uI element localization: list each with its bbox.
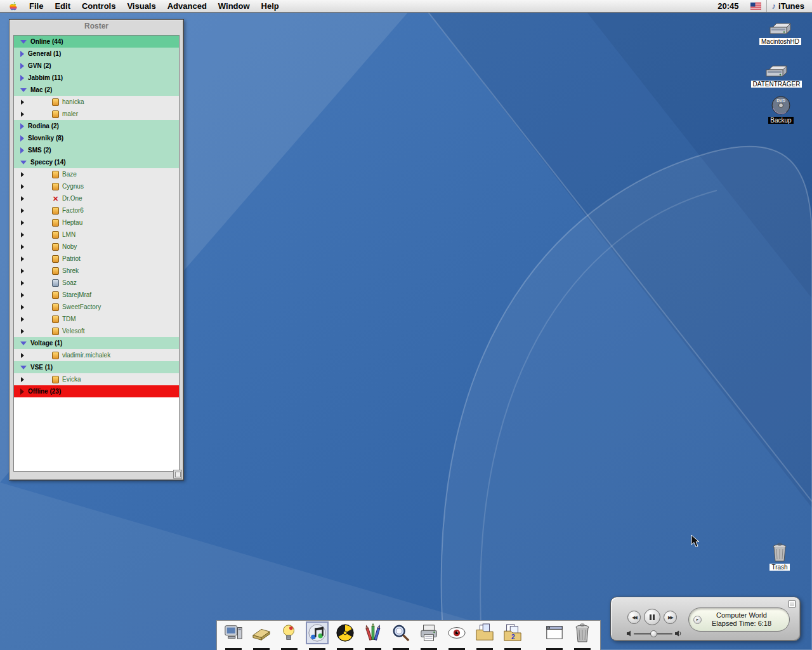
launcher-item-documents-folder[interactable] bbox=[471, 622, 499, 650]
expand-arrow-icon[interactable] bbox=[21, 100, 24, 105]
launcher-item-documents-2[interactable]: 2 bbox=[499, 622, 527, 650]
contact-row-vladimir-michalek[interactable]: vladimir.michalek bbox=[14, 349, 179, 361]
menu-visuals[interactable]: Visuals bbox=[121, 0, 161, 13]
launcher-item-toxic-disc[interactable] bbox=[331, 622, 359, 650]
expand-arrow-icon[interactable] bbox=[21, 184, 24, 189]
contact-row-dr-one[interactable]: ✕Dr.One bbox=[14, 192, 179, 204]
desktop-icon-datentrager[interactable]: DATENTRAGER bbox=[750, 64, 802, 88]
group-row-general-1[interactable]: General (1) bbox=[14, 48, 179, 60]
contact-row-tdm[interactable]: TDM bbox=[14, 313, 179, 325]
launcher-item-lightbulb[interactable] bbox=[275, 622, 303, 650]
desktop-icon-backup[interactable]: DVDBackup bbox=[755, 95, 807, 124]
elapsed-time: Elapsed Time: 6:18 bbox=[702, 620, 782, 628]
expand-arrow-icon[interactable] bbox=[21, 329, 24, 334]
collapse-arrow-icon[interactable] bbox=[20, 366, 27, 369]
launcher-item-pencils[interactable] bbox=[359, 622, 387, 650]
expand-arrow-icon[interactable] bbox=[21, 196, 24, 201]
group-row-rodina-2[interactable]: Rodina (2) bbox=[14, 120, 179, 132]
launcher-item-eye[interactable] bbox=[443, 622, 471, 650]
launcher-item-itunes[interactable] bbox=[303, 622, 331, 650]
expand-arrow-icon[interactable] bbox=[21, 305, 24, 310]
fast-forward-button[interactable]: ▶▶ bbox=[664, 611, 677, 624]
roster-window[interactable]: Roster Online (44)General (1)GVN (2)Jabb… bbox=[9, 19, 184, 481]
collapse-arrow-icon[interactable] bbox=[20, 342, 27, 345]
roster-titlebar[interactable]: Roster bbox=[10, 20, 183, 33]
menu-edit[interactable]: Edit bbox=[49, 0, 76, 13]
contact-row-shrek[interactable]: Shrek bbox=[14, 265, 179, 277]
group-row-mac-2[interactable]: Mac (2) bbox=[14, 84, 179, 96]
expand-arrow-icon[interactable] bbox=[21, 220, 24, 225]
launcher-item-trash[interactable] bbox=[568, 622, 596, 650]
menu-help[interactable]: Help bbox=[256, 0, 285, 13]
menu-window[interactable]: Window bbox=[213, 0, 256, 13]
group-row-online-44[interactable]: Online (44) bbox=[14, 36, 179, 48]
launcher-item-magnifier[interactable] bbox=[387, 622, 415, 650]
group-row-offline-23[interactable]: Offline (23) bbox=[14, 385, 179, 397]
expand-arrow-icon[interactable] bbox=[21, 281, 24, 286]
group-row-slovniky-8[interactable]: Slovniky (8) bbox=[14, 132, 179, 144]
group-row-voltage-1[interactable]: Voltage (1) bbox=[14, 337, 179, 349]
contact-row-evicka[interactable]: Evicka bbox=[14, 373, 179, 385]
launcher-item-printer[interactable] bbox=[415, 622, 443, 650]
contact-row-soaz[interactable]: Soaz bbox=[14, 277, 179, 289]
contact-row-velesoft[interactable]: Velesoft bbox=[14, 325, 179, 337]
group-row-jabbim-11[interactable]: Jabbim (11) bbox=[14, 72, 179, 84]
collapse-box[interactable] bbox=[789, 600, 796, 607]
apple-menu[interactable] bbox=[0, 1, 23, 11]
expand-arrow-icon[interactable] bbox=[21, 269, 24, 274]
group-row-sms-2[interactable]: SMS (2) bbox=[14, 144, 179, 156]
menu-file[interactable]: File bbox=[23, 0, 49, 13]
contact-row-baze[interactable]: Baze bbox=[14, 168, 179, 180]
group-row-speccy-14[interactable]: Speccy (14) bbox=[14, 156, 179, 168]
contact-row-patriot[interactable]: Patriot bbox=[14, 253, 179, 265]
application-menu[interactable]: ♪ iTunes bbox=[766, 0, 812, 12]
expand-arrow-icon[interactable] bbox=[21, 232, 24, 237]
expand-arrow-icon[interactable] bbox=[20, 63, 24, 69]
expand-arrow-icon[interactable] bbox=[20, 135, 24, 142]
collapse-arrow-icon[interactable] bbox=[20, 40, 27, 44]
playlist-button[interactable]: ▸ bbox=[693, 616, 702, 624]
contact-row-maler[interactable]: maler bbox=[14, 108, 179, 120]
contact-row-noby[interactable]: Noby bbox=[14, 241, 179, 253]
contact-row-starejmraf[interactable]: StarejMraf bbox=[14, 289, 179, 301]
desktop-icon-macintoshhd[interactable]: MacintoshHD bbox=[754, 22, 806, 45]
collapse-arrow-icon[interactable] bbox=[20, 161, 27, 164]
resize-grip[interactable] bbox=[173, 470, 182, 479]
expand-arrow-icon[interactable] bbox=[21, 112, 24, 117]
contact-row-factor6[interactable]: Factor6 bbox=[14, 204, 179, 216]
contact-row-lmn[interactable]: LMN bbox=[14, 229, 179, 241]
collapse-arrow-icon[interactable] bbox=[20, 88, 27, 92]
group-row-gvn-2[interactable]: GVN (2) bbox=[14, 60, 179, 72]
contact-row-heptau[interactable]: Heptau bbox=[14, 216, 179, 229]
contact-row-cygnus[interactable]: Cygnus bbox=[14, 180, 179, 192]
expand-arrow-icon[interactable] bbox=[21, 377, 24, 382]
expand-arrow-icon[interactable] bbox=[21, 353, 24, 358]
expand-arrow-icon[interactable] bbox=[21, 293, 24, 298]
expand-arrow-icon[interactable] bbox=[21, 317, 24, 322]
expand-arrow-icon[interactable] bbox=[21, 208, 24, 213]
expand-arrow-icon[interactable] bbox=[21, 172, 24, 177]
volume-slider-thumb[interactable] bbox=[650, 630, 657, 637]
keyboard-layout-flag-icon[interactable] bbox=[745, 3, 766, 10]
itunes-controller-window[interactable]: ◀◀ ▶▶ ▸ Computer World Elapsed Time: 6:1… bbox=[610, 597, 801, 641]
contact-row-sweetfactory[interactable]: SweetFactory bbox=[14, 301, 179, 313]
contact-row-hanicka[interactable]: hanicka bbox=[14, 96, 179, 108]
expand-arrow-icon[interactable] bbox=[20, 51, 24, 57]
expand-arrow-icon[interactable] bbox=[20, 388, 24, 395]
expand-arrow-icon[interactable] bbox=[20, 75, 24, 81]
launcher-item-window[interactable] bbox=[540, 622, 568, 650]
expand-arrow-icon[interactable] bbox=[20, 123, 24, 129]
menu-controls[interactable]: Controls bbox=[76, 0, 121, 13]
expand-arrow-icon[interactable] bbox=[21, 244, 24, 249]
expand-arrow-icon[interactable] bbox=[21, 256, 24, 262]
rewind-button[interactable]: ◀◀ bbox=[627, 611, 641, 624]
pause-button[interactable] bbox=[644, 609, 660, 625]
desktop-icon-trash[interactable]: Trash bbox=[754, 542, 806, 571]
group-row-vse-1[interactable]: VSE (1) bbox=[14, 361, 179, 373]
menu-advanced[interactable]: Advanced bbox=[162, 0, 213, 13]
menu-clock[interactable]: 20:45 bbox=[711, 1, 745, 11]
launcher-item-computer[interactable] bbox=[219, 622, 247, 650]
volume-slider[interactable] bbox=[634, 633, 672, 635]
launcher-item-tray[interactable] bbox=[247, 622, 275, 650]
expand-arrow-icon[interactable] bbox=[20, 147, 24, 154]
